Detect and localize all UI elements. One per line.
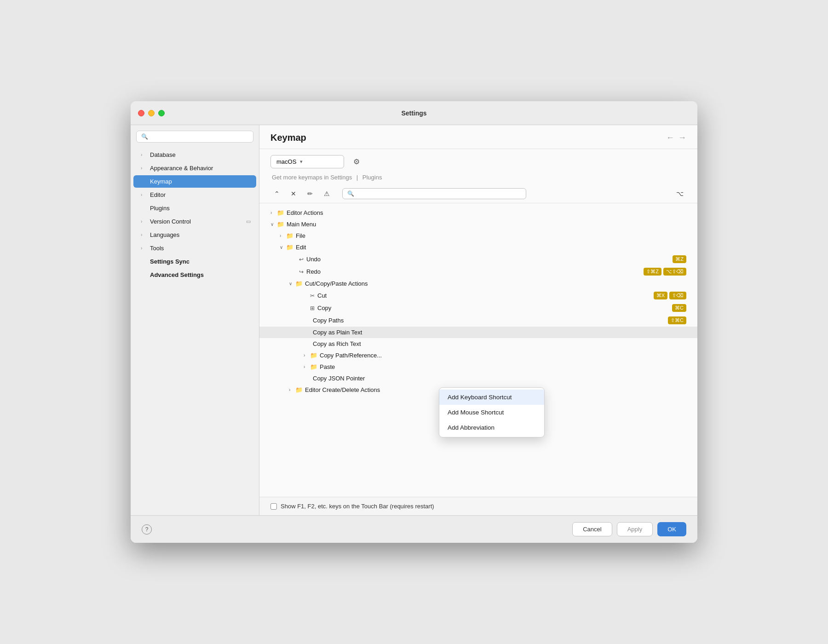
toolbar-search: 🔍 (342, 188, 670, 199)
sidebar-item-keymap[interactable]: Keymap (133, 175, 256, 188)
tree-item-edit[interactable]: ∨ 📁 Edit (259, 242, 697, 253)
folder-icon: 📁 (295, 386, 303, 393)
help-button[interactable]: ? (142, 524, 152, 535)
shortcut-badge: ⌘Z (673, 255, 686, 263)
shortcut-badge: ⇧⌫ (669, 292, 686, 299)
plugins-link-separator: | (356, 174, 358, 181)
tree-item-redo[interactable]: ↪ Redo ⇧⌘Z ⌥⇧⌫ (259, 265, 697, 278)
tree-item-cut-copy-paste[interactable]: ∨ 📁 Cut/Copy/Paste Actions (259, 278, 697, 289)
tree-item-copy[interactable]: ⊞ Copy ⌘C (259, 302, 697, 314)
nav-arrows: ← → (666, 133, 686, 143)
context-menu: Add Keyboard Shortcut Add Mouse Shortcut… (439, 387, 545, 437)
main-content: 🔍 › Database › Appearance & Behavior Key… (131, 125, 697, 515)
chevron-down-icon: ∨ (289, 281, 295, 286)
keytable-toolbar: ⌃ ✕ ✏ ⚠ 🔍 ⌥ (259, 184, 697, 203)
nav-forward-arrow[interactable]: → (678, 133, 686, 143)
shortcut-badge: ⌥⇧⌫ (663, 268, 686, 276)
redo-shortcuts: ⇧⌘Z ⌥⇧⌫ (644, 268, 686, 276)
version-control-icon: ▭ (246, 218, 251, 224)
nav-back-arrow[interactable]: ← (666, 133, 674, 143)
tree-item-editor-actions[interactable]: › 📁 Editor Actions (259, 207, 697, 218)
expand-collapse-button[interactable]: ⌃ (270, 187, 283, 200)
apply-button[interactable]: Apply (617, 522, 653, 536)
keymap-current-value: macOS (276, 158, 296, 165)
context-menu-item-add-keyboard-shortcut[interactable]: Add Keyboard Shortcut (439, 390, 544, 405)
tree-item-main-menu[interactable]: ∨ 📁 Main Menu (259, 218, 697, 230)
cut-shortcuts: ⌘X ⇧⌫ (654, 292, 686, 299)
folder-icon: 📁 (310, 352, 317, 359)
shortcut-badge: ⇧⌘Z (644, 268, 661, 276)
chevron-down-icon: ∨ (270, 222, 277, 227)
panel-header: Keymap ← → (259, 125, 697, 149)
find-action-button[interactable]: ⌥ (673, 187, 686, 200)
tree-item-copy-paths[interactable]: Copy Paths ⇧⌘C (259, 314, 697, 327)
sidebar-item-settings-sync[interactable]: Settings Sync (133, 255, 256, 268)
minimize-button[interactable] (148, 110, 155, 116)
plugins-link-text2[interactable]: Plugins (362, 174, 382, 181)
sidebar-item-database[interactable]: › Database (133, 149, 256, 161)
keymap-dropdown[interactable]: macOS ▾ (270, 155, 344, 168)
copy-paths-shortcuts: ⇧⌘C (668, 316, 686, 324)
redo-icon: ↪ (299, 269, 304, 275)
sidebar-item-appearance-behavior[interactable]: › Appearance & Behavior (133, 162, 256, 174)
window-title: Settings (401, 109, 426, 117)
tree-container[interactable]: › 📁 Editor Actions ∨ 📁 Main Menu (259, 203, 697, 497)
cancel-button[interactable]: Cancel (572, 522, 612, 536)
copy-icon: ⊞ (310, 305, 315, 311)
footer: ? Cancel Apply OK (131, 515, 697, 543)
context-menu-item-add-mouse-shortcut[interactable]: Add Mouse Shortcut (439, 405, 544, 420)
plugins-link-text1[interactable]: Get more keymaps in Settings (272, 174, 352, 181)
search-icon: 🔍 (141, 133, 148, 140)
traffic-lights (138, 110, 165, 116)
titlebar: Settings (131, 101, 697, 125)
sidebar-search-box[interactable]: 🔍 (136, 131, 253, 143)
shortcut-badge: ⌘C (672, 304, 686, 312)
sidebar-item-editor[interactable]: › Editor (133, 189, 256, 201)
collapse-all-button[interactable]: ✕ (287, 187, 300, 200)
warning-button[interactable]: ⚠ (320, 187, 333, 200)
touch-bar-setting: Show F1, F2, etc. keys on the Touch Bar … (270, 503, 434, 510)
chevron-right-icon: › (304, 364, 310, 369)
toolbar-search-box[interactable]: 🔍 (342, 188, 526, 199)
folder-icon: 📁 (277, 221, 284, 228)
folder-icon: 📁 (310, 363, 317, 370)
undo-icon: ↩ (299, 256, 304, 263)
close-button[interactable] (138, 110, 144, 116)
search-icon: 🔍 (347, 190, 354, 197)
sidebar-item-tools[interactable]: › Tools (133, 242, 256, 254)
chevron-right-icon: › (280, 233, 286, 238)
panel-title: Keymap (270, 132, 306, 143)
sidebar-item-version-control[interactable]: › Version Control ▭ (133, 215, 256, 228)
touch-bar-checkbox[interactable] (270, 503, 277, 510)
shortcut-badge: ⌘X (654, 292, 667, 299)
tree-item-copy-plain-text[interactable]: Copy as Plain Text (259, 327, 697, 338)
bottom-bar: Show F1, F2, etc. keys on the Touch Bar … (259, 497, 697, 515)
tree-item-copy-json-pointer[interactable]: Copy JSON Pointer (259, 373, 697, 384)
chevron-right-icon: › (141, 246, 146, 251)
gear-button[interactable]: ⚙ (350, 155, 363, 168)
tree-item-file[interactable]: › 📁 File (259, 230, 697, 242)
ok-button[interactable]: OK (657, 522, 686, 536)
undo-shortcuts: ⌘Z (673, 255, 686, 263)
touch-bar-label: Show F1, F2, etc. keys on the Touch Bar … (281, 503, 434, 510)
sidebar-item-languages[interactable]: › Languages (133, 229, 256, 241)
shortcut-badge: ⇧⌘C (668, 316, 686, 324)
chevron-right-icon: › (141, 192, 146, 197)
maximize-button[interactable] (158, 110, 165, 116)
tree-item-cut[interactable]: ✂ Cut ⌘X ⇧⌫ (259, 289, 697, 302)
tree-item-undo[interactable]: ↩ Undo ⌘Z (259, 253, 697, 265)
cut-icon: ✂ (310, 293, 315, 299)
sidebar-item-plugins[interactable]: Plugins (133, 202, 256, 214)
context-menu-item-add-abbreviation[interactable]: Add Abbreviation (439, 420, 544, 435)
main-panel: Keymap ← → macOS ▾ ⚙ Get more keymaps in… (259, 125, 697, 515)
tree-item-copy-path-reference[interactable]: › 📁 Copy Path/Reference... (259, 350, 697, 361)
chevron-right-icon: › (141, 219, 146, 224)
chevron-right-icon: › (141, 152, 146, 157)
chevron-right-icon: › (304, 353, 310, 358)
settings-window: Settings 🔍 › Database › Appearance & Beh… (131, 101, 697, 543)
tree-item-paste[interactable]: › 📁 Paste (259, 361, 697, 373)
sidebar-item-advanced-settings[interactable]: Advanced Settings (133, 269, 256, 281)
tree-item-copy-rich-text[interactable]: Copy as Rich Text (259, 338, 697, 350)
edit-button[interactable]: ✏ (304, 187, 316, 200)
keymap-controls: macOS ▾ ⚙ (259, 149, 697, 174)
